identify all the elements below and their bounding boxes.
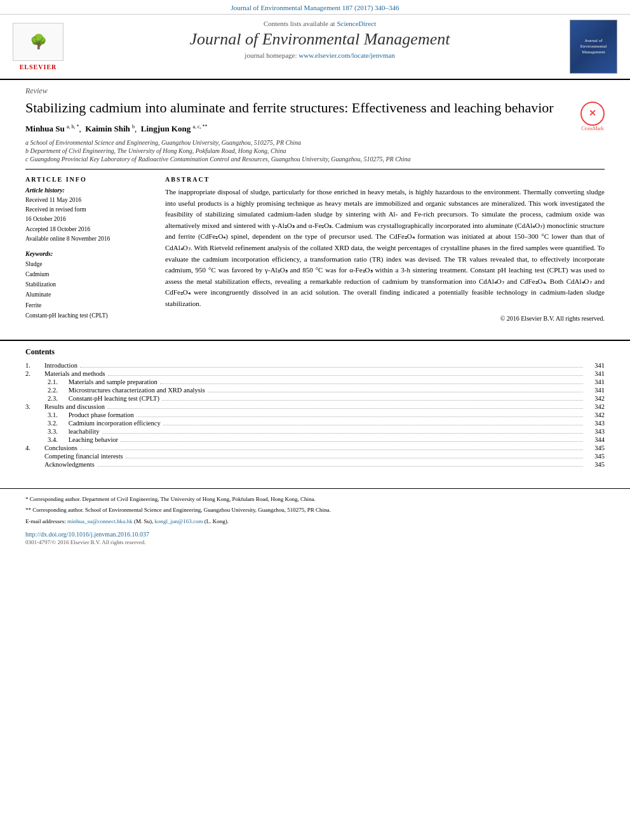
abstract-header: ABSTRACT [165, 176, 605, 183]
toc-page-3-3: 343 [586, 428, 605, 435]
elsevier-wordmark: ELSEVIER [20, 63, 57, 70]
copyright-line: © 2016 Elsevier B.V. All rights reserved… [165, 315, 605, 322]
toc-num-3-3: 3.3. [48, 428, 67, 435]
crossmark-badge: ✕ [580, 102, 605, 126]
footnote-corresponding-2: ** Corresponding author. School of Envir… [25, 506, 605, 515]
affiliation-b: b Department of Civil Engineering, The U… [25, 147, 605, 154]
affiliations-block: a School of Environmental Science and En… [25, 139, 605, 163]
toc-label-3-3: leachability [67, 428, 100, 435]
toc-dots-2 [108, 375, 583, 376]
toc-dots-ack [97, 466, 583, 467]
elsevier-logo: 🌳 [13, 23, 64, 61]
toc-dots-2-2 [208, 392, 583, 392]
toc-page-3-4: 344 [586, 436, 605, 443]
abstract-column: ABSTRACT The inappropriate disposal of s… [165, 176, 605, 327]
revised-label: Received in revised form [25, 205, 152, 215]
history-label: Article history: [25, 187, 152, 194]
keywords-list: Sludge Cadmium Stabilization Aluminate F… [25, 259, 152, 321]
toc-label-3-4: Leaching behavior [67, 436, 118, 443]
article-content: Review Stabilizing cadmium into aluminat… [0, 80, 630, 333]
toc-item-4: 4. Conclusions 345 [25, 444, 605, 452]
toc-num-1: 1. [25, 362, 44, 369]
doi-link[interactable]: http://dx.doi.org/10.1016/j.jenvman.2016… [25, 531, 149, 538]
toc-item-3: 3. Results and discussion 342 [25, 403, 605, 411]
keyword-6: Constant-pH leaching test (CPLT) [25, 310, 152, 321]
revised-date: 16 October 2016 [25, 215, 152, 224]
keyword-4: Aluminate [25, 290, 152, 300]
toc-dots-3-3 [102, 433, 583, 434]
contents-title: Contents [25, 347, 605, 357]
keywords-section: Keywords: Sludge Cadmium Stabilization A… [25, 250, 152, 321]
toc-dots-4 [80, 450, 583, 450]
homepage-url[interactable]: www.elsevier.com/locate/jenvman [298, 51, 394, 59]
title-authors-block: Stabilizing cadmium into aluminate and f… [25, 98, 568, 134]
sciencedirect-link[interactable]: ScienceDirect [337, 20, 376, 27]
toc-dots-3-1 [137, 417, 583, 417]
toc-dots-competing [126, 458, 583, 458]
toc-page-2-2: 341 [586, 387, 605, 394]
journal-citation: Journal of Environmental Management 187 … [0, 0, 630, 15]
toc-page-2-3: 342 [586, 395, 605, 402]
toc-item-competing: Competing financial interests 345 [25, 453, 605, 460]
sciencedirect-line: Contents lists available at ScienceDirec… [76, 20, 563, 27]
toc-label-2-1: Materials and sample preparation [67, 378, 158, 385]
homepage-line: journal homepage: www.elsevier.com/locat… [76, 51, 563, 59]
email-label: E-mail addresses: [25, 518, 66, 524]
journal-thumb-text: Journal of Environmental Management [580, 38, 607, 55]
journal-thumbnail: Journal of Environmental Management [570, 20, 617, 74]
keyword-5: Ferrite [25, 300, 152, 310]
toc-page-3-2: 343 [586, 420, 605, 427]
article-dates: Received 11 May 2016 Received in revised… [25, 196, 152, 244]
toc-label-4: Conclusions [44, 444, 77, 451]
keyword-1: Sludge [25, 259, 152, 269]
toc-num-2-1: 2.1. [48, 378, 67, 385]
email-1-link[interactable]: minhua_su@connect.hku.hk [67, 518, 133, 524]
toc-item-2-1: 2.1. Materials and sample preparation 34… [25, 378, 605, 386]
elsevier-logo-area: 🌳 ELSEVIER [6, 20, 70, 74]
abstract-text: The inappropriate disposal of sludge, pa… [165, 187, 605, 310]
toc-label-2: Materials and methods [44, 370, 105, 377]
toc-page-4: 345 [586, 444, 605, 451]
toc-label-3: Results and discussion [44, 403, 105, 410]
toc-page-3: 342 [586, 403, 605, 410]
issn-line: 0301-4797/© 2016 Elsevier B.V. All right… [25, 539, 605, 545]
toc-label-1: Introduction [44, 362, 77, 369]
table-of-contents: Contents 1. Introduction 341 2. Material… [0, 340, 630, 476]
toc-page-competing: 345 [586, 453, 605, 460]
toc-dots-1 [80, 367, 583, 368]
toc-num-3-1: 3.1. [48, 411, 67, 418]
received-date: Received 11 May 2016 [25, 196, 152, 205]
toc-dots-3 [107, 408, 583, 409]
doi-line: http://dx.doi.org/10.1016/j.jenvman.2016… [25, 531, 605, 538]
footnote-corresponding-1: * Corresponding author. Department of Ci… [25, 495, 605, 504]
toc-num-4: 4. [25, 444, 44, 451]
article-history: Article history: Received 11 May 2016 Re… [25, 187, 152, 244]
email-2-link[interactable]: kongl_jun@163.com [155, 518, 203, 524]
accepted-date: Accepted 18 October 2016 [25, 225, 152, 234]
toc-label-3-1: Product phase formation [67, 411, 134, 418]
toc-item-2-2: 2.2. Microstructures characterization an… [25, 387, 605, 394]
available-date: Available online 8 November 2016 [25, 234, 152, 244]
toc-label-2-2: Microstructures characterization and XRD… [67, 387, 205, 394]
article-info-column: ARTICLE INFO Article history: Received 1… [25, 176, 152, 327]
author-3: Lingjun Kong a, c, ** [141, 124, 208, 133]
footnotes-section: * Corresponding author. Department of Ci… [0, 488, 630, 552]
article-info-header: ARTICLE INFO [25, 176, 152, 183]
footnote-emails: E-mail addresses: minhua_su@connect.hku.… [25, 517, 605, 526]
toc-label-ack: Acknowledgments [44, 461, 95, 468]
toc-dots-2-1 [160, 383, 583, 384]
toc-page-1: 341 [586, 362, 605, 369]
tree-icon: 🌳 [30, 34, 47, 50]
toc-item-3-2: 3.2. Cadmium incorporation efficiency 34… [25, 420, 605, 427]
keyword-2: Cadmium [25, 269, 152, 279]
article-title: Stabilizing cadmium into aluminate and f… [25, 98, 568, 117]
toc-item-2-3: 2.3. Constant-pH leaching test (CPLT) 34… [25, 395, 605, 403]
title-authors-row: Stabilizing cadmium into aluminate and f… [25, 98, 605, 134]
crossmark-area: ✕ CrossMark [580, 102, 605, 131]
toc-item-ack: Acknowledgments 345 [25, 461, 605, 469]
toc-dots-2-3 [162, 400, 583, 401]
toc-label-2-3: Constant-pH leaching test (CPLT) [67, 395, 159, 402]
keyword-3: Stabilization [25, 279, 152, 290]
toc-page-2-1: 341 [586, 378, 605, 385]
toc-dots-3-2 [163, 425, 583, 425]
